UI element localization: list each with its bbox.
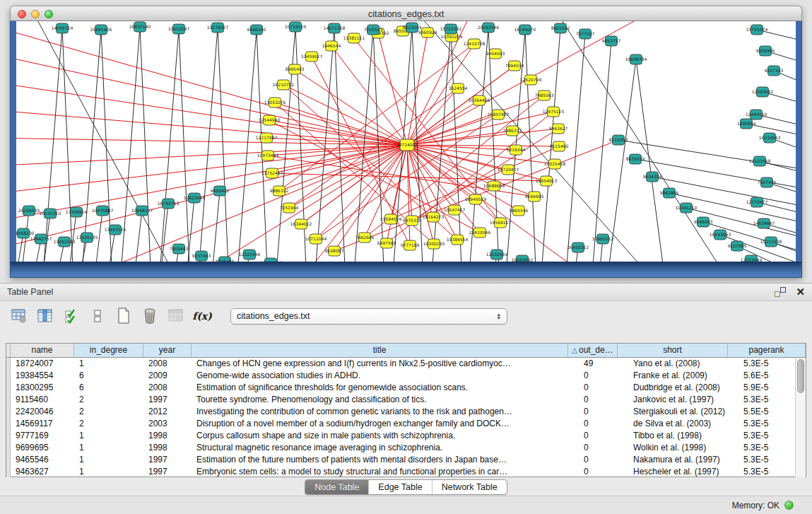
table-cell[interactable]: 0	[579, 370, 628, 382]
network-node[interactable]: 11381111	[343, 33, 365, 43]
network-node[interactable]: 20364436	[469, 95, 490, 105]
network-node[interactable]: 26206535	[18, 206, 40, 216]
network-node[interactable]: 7462666	[355, 233, 375, 243]
close-window-button[interactable]	[18, 10, 26, 18]
network-node[interactable]: 7894034	[505, 61, 524, 71]
network-node[interactable]: 7903443	[170, 244, 189, 254]
network-node[interactable]: 16164273	[423, 212, 445, 222]
minimize-window-button[interactable]	[31, 10, 40, 18]
table-cell[interactable]: Estimation of the future numbers of pati…	[192, 454, 579, 466]
network-node[interactable]: 10211538	[760, 237, 782, 247]
network-node[interactable]: 10962212	[592, 234, 614, 244]
column-header-short[interactable]: short	[618, 344, 728, 357]
table-cell[interactable]: 1998	[143, 430, 192, 442]
network-node[interactable]: 14569117	[490, 218, 512, 228]
network-node[interactable]: 14671358	[324, 23, 346, 33]
tab-network-table[interactable]: Network Table	[433, 480, 507, 494]
network-node[interactable]: 14634947	[753, 218, 775, 228]
network-node[interactable]: 16344022	[290, 219, 312, 229]
table-cell[interactable]: 6	[74, 370, 143, 382]
table-selector-dropdown[interactable]: citations_edges.txt ▲▼	[230, 308, 507, 325]
network-node[interactable]: 10975887	[92, 206, 114, 216]
table-cell[interactable]: 0	[579, 454, 628, 466]
network-node[interactable]: 8921512	[551, 23, 570, 33]
network-node[interactable]: 16164270	[514, 25, 536, 35]
show-columns-icon[interactable]	[36, 307, 54, 325]
table-cell[interactable]: Embryonic stem cells: a model to study s…	[192, 466, 579, 477]
network-node[interactable]: 16949579	[465, 194, 487, 204]
table-cell[interactable]: 18724007	[11, 358, 74, 370]
table-cell[interactable]: 14569117	[11, 418, 74, 430]
row-tools-icon[interactable]	[88, 307, 107, 325]
network-node[interactable]: 9853717	[602, 36, 621, 46]
network-node[interactable]: 12321446	[239, 250, 261, 259]
table-cell[interactable]: Changes of HCN gene expression and I(f) …	[192, 358, 579, 370]
table-row[interactable]: 946554611997Estimation of the future num…	[6, 454, 806, 466]
table-cell[interactable]: Dudbridge et al. (2008)	[628, 382, 739, 394]
table-row[interactable]: 977716911998Corpus callosum shape and si…	[6, 430, 806, 442]
table-row[interactable]: 969969511998Structural magnetic resonanc…	[6, 442, 806, 454]
network-node[interactable]: 12410738	[464, 39, 486, 49]
network-node[interactable]: 11053276	[264, 98, 286, 107]
network-node[interactable]: 10653247	[168, 24, 190, 34]
column-header-in_degree[interactable]: in_degree	[74, 344, 143, 357]
table-cell[interactable]: 1997	[143, 454, 192, 466]
network-node[interactable]: 20891406	[90, 25, 112, 35]
zoom-window-button[interactable]	[45, 10, 53, 18]
table-cell[interactable]: 0	[579, 466, 628, 477]
network-node[interactable]: 10973493	[257, 151, 279, 160]
network-node[interactable]: 6497568	[377, 238, 396, 248]
table-cell[interactable]: 0	[579, 430, 628, 442]
network-node[interactable]: 9886312	[270, 186, 289, 196]
network-node[interactable]: 15276027	[207, 23, 229, 33]
table-cell[interactable]: Jankovic et al. (1997)	[628, 394, 739, 406]
table-cell[interactable]: 0	[579, 406, 628, 418]
column-header-year[interactable]: year	[143, 344, 192, 357]
table-row[interactable]: 1456911722003Disruption of a novel membe…	[6, 418, 806, 430]
network-node[interactable]: 10719155	[285, 22, 307, 32]
network-node[interactable]: 10711044	[305, 234, 327, 244]
network-node[interactable]: 12103548	[749, 156, 771, 166]
select-all-rows-icon[interactable]	[62, 307, 81, 325]
network-node[interactable]: 14055724	[52, 23, 73, 33]
table-cell[interactable]: Tourette syndrome. Phenomenology and cla…	[192, 394, 579, 406]
network-node[interactable]: 9115460	[550, 141, 569, 151]
network-node[interactable]: 16210643	[759, 133, 781, 143]
table-cell[interactable]: 2	[74, 418, 143, 430]
table-cell[interactable]: Tibbo et al. (1998)	[628, 430, 739, 442]
network-node[interactable]: 17957255	[105, 225, 126, 235]
network-node[interactable]: 9245043	[694, 217, 713, 227]
network-node[interactable]: 7577197	[576, 29, 595, 39]
network-node[interactable]: 9454003	[486, 49, 505, 59]
table-cell[interactable]: Genome-wide association studies in ADHD.	[192, 370, 579, 382]
network-node[interactable]: 20053346	[478, 23, 500, 33]
delete-table-icon[interactable]	[141, 307, 159, 325]
table-cell[interactable]: 1	[74, 442, 143, 454]
table-cell[interactable]: 6	[74, 382, 143, 394]
network-node[interactable]: 9475335	[403, 216, 422, 226]
table-row[interactable]: 1938455462009Genome-wide association stu…	[6, 370, 806, 382]
network-node[interactable]: 9227343	[765, 66, 784, 76]
table-cell[interactable]: 1998	[143, 442, 192, 454]
network-node[interactable]: 7527456	[758, 177, 777, 187]
vertical-scrollbar[interactable]	[795, 358, 806, 477]
table-cell[interactable]: Wolkin et al. (1998)	[628, 442, 739, 454]
column-header-name[interactable]: name	[11, 344, 74, 357]
table-cell[interactable]: 22420046	[11, 406, 74, 418]
table-cell[interactable]: 9463627	[11, 466, 74, 477]
network-node[interactable]: 6216044	[507, 145, 526, 155]
network-node[interactable]: 26837140	[129, 22, 151, 32]
network-node[interactable]: 9463627	[549, 124, 568, 134]
network-node[interactable]: 10647427	[444, 205, 466, 215]
table-cell[interactable]: 0	[579, 394, 628, 406]
network-node[interactable]: 20131310	[40, 209, 61, 218]
network-node[interactable]: 12217987	[256, 133, 278, 143]
table-cell[interactable]: 2003	[143, 418, 192, 430]
network-node[interactable]: 8679919	[626, 154, 645, 164]
create-table-icon[interactable]	[114, 307, 133, 325]
network-node[interactable]: 12544940	[259, 115, 281, 125]
table-cell[interactable]: Stergiakouli et al. (2012)	[628, 406, 739, 418]
network-node[interactable]: 26455322	[567, 243, 589, 252]
network-node[interactable]: 13942757	[30, 234, 52, 244]
network-node[interactable]: 18300295	[423, 239, 445, 249]
